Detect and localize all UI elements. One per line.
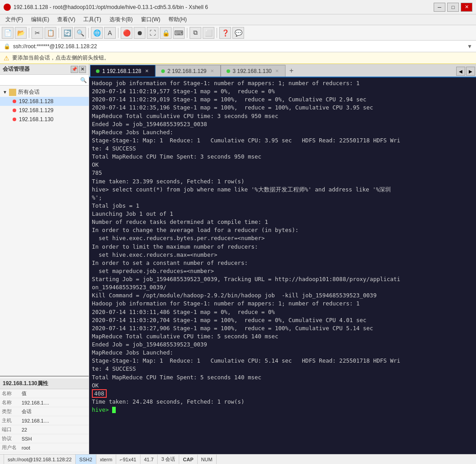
toolbar-btn2[interactable]: 📋 [45,27,56,39]
tree-toggle-icon: ▼ [3,90,7,95]
tab-close-2[interactable]: ✕ [209,68,215,73]
prop-key-host: 主机 [0,416,20,425]
menu-tools[interactable]: 工具(T) [80,15,104,24]
toolbar-btn3[interactable]: 🔄 [61,27,73,39]
session-dot-130 [13,118,16,121]
terminal-output: Hadoop job information for Stage-1: numb… [92,79,473,414]
toolbar-btn10[interactable]: 🔒 [160,27,172,39]
toolbar-open-btn[interactable]: 📂 [15,27,27,39]
properties-panel: 192.168.1.130属性 名称 值 名称 192.168.1.... 类型… [0,376,89,454]
session-item-128[interactable]: 192.168.1.128 [0,97,89,106]
tab-area: 1 192.168.1.128 ✕ 2 192.168.1.129 ✕ 3 19… [89,64,476,454]
tab-1[interactable]: 1 192.168.1.128 ✕ [90,65,155,77]
menu-view[interactable]: 查看(V) [54,15,79,24]
sidebar-search-input[interactable] [2,77,80,83]
tab-next-btn[interactable]: ▶ [466,67,475,76]
minimize-button[interactable]: ─ [434,3,445,12]
status-ssh-path: ssh://root@192.168.1.128:22 [4,455,76,464]
session-group: ▼ 所有会话 192.168.1.128 192.168.1.129 192.1… [0,87,89,124]
prop-row-protocol: 协议 SSH [0,434,89,443]
menu-tabs[interactable]: 选项卡(B) [106,15,136,24]
menu-edit[interactable]: 编辑(E) [27,15,53,24]
prop-val-user: root [20,443,89,452]
prop-val-port: 22 [20,425,89,434]
toolbar-sep3 [88,28,89,38]
close-button[interactable]: ✕ [461,3,472,12]
tab-navigation: ◀ ▶ [456,67,475,77]
tab-dot-2 [161,69,165,73]
menu-window[interactable]: 窗口(W) [137,15,164,24]
tab-dot-3 [227,69,230,73]
session-item-129[interactable]: 192.168.1.129 [0,106,89,115]
toolbar-help-btn[interactable]: ❓ [219,27,231,39]
toolbar-btn14[interactable]: 💬 [232,27,244,39]
properties-title: 192.168.1.130属性 [0,378,89,389]
toolbar-btn5[interactable]: 🌐 [91,27,103,39]
session-hint-bar: ⚠ 要添加当前会话，点击左侧的箭头按钮。 [0,52,476,64]
prop-key-name: 名称 [0,389,20,398]
group-label: 所有会话 [18,88,40,96]
toolbar-btn9[interactable]: ⛶ [147,27,159,39]
toolbar-btn4[interactable]: 🔍 [74,27,86,39]
session-item-130[interactable]: 192.168.1.130 [0,115,89,124]
prop-val-host: 192.168.1.... [20,416,89,425]
toolbar: 📄 📂 ✂ 📋 🔄 🔍 🌐 A 🔴 ⏺ ⛶ 🔒 ⌨ ⧉ ⬜ ❓ 💬 [0,25,476,41]
session-label-128: 192.168.1.128 [19,98,54,105]
tab-bar: 1 192.168.1.128 ✕ 2 192.168.1.129 ✕ 3 19… [89,64,476,77]
main-area: 会话管理器 📌 ✕ 🔍 ▼ 所有会话 192.168.1.128 [0,64,476,454]
menu-file[interactable]: 文件(F) [2,15,27,24]
toolbar-btn7[interactable]: 🔴 [121,27,132,39]
menu-help[interactable]: 帮助(H) [165,15,190,24]
tab-dot-1 [96,69,100,73]
prop-row-name: 名称 值 [0,389,89,398]
toolbar-sep1 [29,28,29,38]
session-manager-sidebar: 会话管理器 📌 ✕ 🔍 ▼ 所有会话 192.168.1.128 [0,64,89,454]
tab-close-3[interactable]: ✕ [274,68,280,73]
address-bar: 🔒 ssh://root:******@192.168.1.128:22 ▼ [0,41,476,52]
toolbar-btn11[interactable]: ⌨ [173,27,185,39]
lock-icon: 🔒 [4,43,10,50]
status-terminal-type: xterm [96,455,117,464]
status-pos-text: 41.7 [144,457,154,462]
toolbar-new-btn[interactable]: 📄 [2,27,14,39]
prop-row-user: 用户名 root [0,443,89,452]
toolbar-sep2 [59,28,59,38]
tab-prev-btn[interactable]: ◀ [456,67,465,76]
status-dim-value: 91x41 [123,457,136,462]
tab-3[interactable]: 3 192.168.1.130 ✕ [221,65,286,77]
status-dimensions: ⌐ 91x41 [116,455,140,464]
title-bar: 192.168.1.128 - root@hadoop101:/opt/modu… [0,0,476,14]
sidebar-close-btn[interactable]: ✕ [79,66,86,73]
sidebar-search-area: 🔍 [0,75,89,86]
group-all-sessions[interactable]: ▼ 所有会话 [0,87,89,97]
toolbar-btn13[interactable]: ⬜ [203,27,214,39]
sidebar-title: 会话管理器 [3,65,30,73]
terminal-prompt: hive> [92,406,112,413]
num-label: NUM [201,457,213,462]
status-terminal-text: xterm [100,457,113,462]
status-protocol-text: SSH2 [79,457,92,462]
search-icon: 🔍 [80,77,87,83]
window-controls: ─ □ ✕ [434,3,472,12]
toolbar-sep4 [118,28,118,38]
terminal-area[interactable]: Hadoop job information for Stage-1: numb… [89,77,476,454]
prop-val-name: 值 [20,389,89,398]
toolbar-btn1[interactable]: ✂ [32,27,43,39]
address-text: ssh://root:******@192.168.1.128:22 [13,43,464,50]
maximize-button[interactable]: □ [447,3,459,12]
tab-2[interactable]: 2 192.168.1.129 ✕ [155,65,221,77]
toolbar-btn12[interactable]: ⧉ [190,27,201,39]
toolbar-btn6[interactable]: A [104,27,116,39]
status-ssh-text: ssh://root@192.168.1.128:22 [8,457,72,462]
tab-close-1[interactable]: ✕ [144,68,150,73]
status-position: 41.7 [141,455,158,464]
highlighted-value: 408 [92,389,107,398]
tab-add-button[interactable]: + [286,65,297,77]
address-dropdown-btn[interactable]: ▼ [467,43,472,50]
toolbar-btn8[interactable]: ⏺ [134,27,145,39]
sidebar-pin-btn[interactable]: 📌 [71,66,78,73]
prop-val-protocol: SSH [20,434,89,443]
sidebar-header: 会话管理器 📌 ✕ [0,64,89,75]
status-sessions-text: 3 会话 [161,456,175,463]
prop-key-port: 端口 [0,425,20,434]
